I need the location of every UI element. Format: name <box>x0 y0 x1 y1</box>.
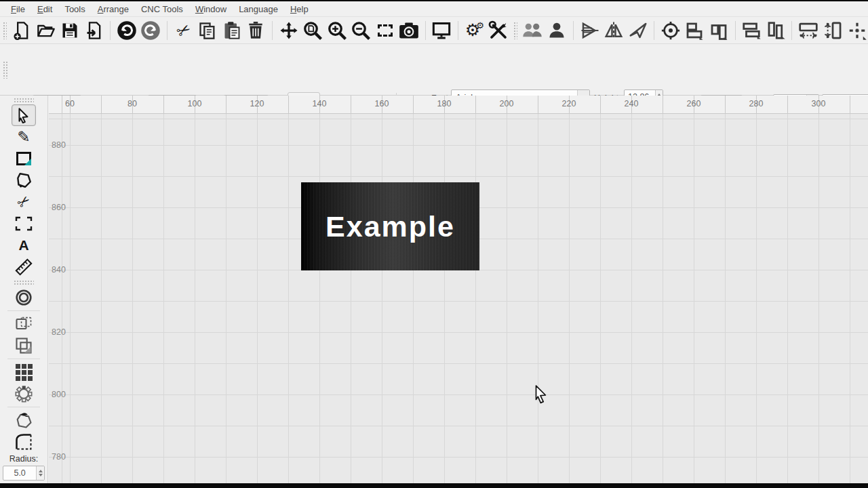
open-file-button[interactable] <box>35 20 56 41</box>
measure-tool-button[interactable] <box>12 256 36 278</box>
canvas-area: 6080100120140160180200220240260280300 Ex… <box>49 96 868 483</box>
mirror-horizontal-button[interactable] <box>579 20 600 41</box>
export-file-button[interactable] <box>83 20 104 41</box>
palette-grip[interactable] <box>14 280 34 285</box>
zoom-out-button[interactable] <box>350 20 371 41</box>
ruler-top-label: 260 <box>687 99 701 108</box>
ruler-top-label: 160 <box>375 99 389 108</box>
ruler-left-label: 860 <box>52 203 69 212</box>
ruler-top-label: 220 <box>562 99 576 108</box>
draw-pencil-tool-button[interactable]: ✎ <box>12 126 36 148</box>
save-file-button[interactable] <box>59 20 80 41</box>
distribute-horizontal-button[interactable] <box>741 20 762 41</box>
pan-move-button[interactable] <box>278 20 299 41</box>
mouse-cursor <box>534 385 549 405</box>
radius-spinner[interactable] <box>36 466 44 480</box>
ruler-left-label: 820 <box>52 327 69 337</box>
design-object[interactable]: Example <box>301 182 479 270</box>
circular-array-icon <box>14 384 33 403</box>
paste-button[interactable] <box>221 20 242 41</box>
cut-button[interactable]: ✂ <box>173 20 194 41</box>
marquee-icon <box>378 24 393 37</box>
ruler-top-label: 140 <box>313 99 327 108</box>
user-button[interactable] <box>546 20 567 41</box>
ruler-icon <box>14 258 33 277</box>
align-objects-horizontal-button[interactable] <box>684 20 705 41</box>
palette-separator <box>7 310 40 311</box>
toolbar-grip[interactable] <box>3 22 7 39</box>
design-object-text: Example <box>326 210 455 243</box>
menu-item-help[interactable]: Help <box>285 3 314 16</box>
settings-button[interactable]: ⚙⚙ <box>464 20 485 41</box>
new-file-button[interactable] <box>11 20 32 41</box>
close-path-icon <box>14 411 33 430</box>
zoom-in-button[interactable] <box>326 20 347 41</box>
palette-grip[interactable] <box>14 98 34 103</box>
ruler-left-label: 800 <box>52 390 69 399</box>
circular-array-tool-button[interactable] <box>12 383 36 405</box>
boolean-icon <box>14 336 33 355</box>
distribute-vertical-button[interactable] <box>765 20 786 41</box>
circle-tool-button[interactable] <box>12 287 36 308</box>
preview-monitor-button[interactable] <box>431 20 452 41</box>
position-crosshair-button[interactable] <box>846 20 867 41</box>
menu-item-arrange[interactable]: Arrange <box>92 3 134 16</box>
menu-item-tools[interactable]: Tools <box>59 3 90 16</box>
ruler-top-label: 80 <box>127 99 137 108</box>
snapshot-button[interactable] <box>398 20 419 41</box>
polygon-tool-button[interactable] <box>12 169 36 191</box>
radius-field-wrap <box>3 466 45 481</box>
marquee-corners-icon <box>15 216 33 231</box>
menu-item-window[interactable]: Window <box>190 3 232 16</box>
align-objects-vertical-button[interactable] <box>708 20 729 41</box>
grid-array-tool-button[interactable] <box>12 361 36 383</box>
close-path-tool-button[interactable] <box>12 409 36 431</box>
menu-item-language[interactable]: Language <box>233 3 283 16</box>
ruler-top-label: 280 <box>749 99 764 108</box>
select-tool-button[interactable] <box>12 104 36 126</box>
radius-label: Radius: <box>9 454 38 464</box>
palette-separator <box>7 407 40 407</box>
menu-item-edit[interactable]: Edit <box>32 3 58 16</box>
text-tool-button[interactable]: A <box>12 235 36 256</box>
grid-array-icon <box>16 364 33 381</box>
center-position-button[interactable] <box>660 20 681 41</box>
undo-button[interactable] <box>116 20 137 41</box>
zoom-selection-button[interactable] <box>374 20 395 41</box>
workspace: ✎ ✂ A Radius: 60801001201401601802002202… <box>0 96 868 483</box>
ruler-top-label: 60 <box>65 99 75 108</box>
copy-button[interactable] <box>197 20 218 41</box>
rectangle-tool-button[interactable] <box>12 148 36 169</box>
delete-button[interactable] <box>245 20 267 41</box>
duplicate-tool-button[interactable] <box>12 313 36 335</box>
marquee-tool-button[interactable] <box>12 213 36 235</box>
redo-button[interactable] <box>140 20 161 41</box>
mirror-vertical-button[interactable] <box>603 20 624 41</box>
duplicate-icon <box>14 314 33 333</box>
ruler-top-label: 240 <box>625 99 639 108</box>
window-bottom-border <box>0 483 868 488</box>
radius-input[interactable] <box>3 466 36 480</box>
zoom-fit-button[interactable] <box>302 20 323 41</box>
skew-button[interactable] <box>627 20 648 41</box>
rectangle-icon <box>16 152 31 165</box>
cut-path-tool-button[interactable]: ✂ <box>12 191 36 213</box>
boolean-tool-button[interactable] <box>12 335 36 357</box>
main-toolbar: ✂ ⚙⚙ <box>0 16 868 43</box>
toolbar-separator <box>272 21 273 40</box>
design-canvas[interactable]: Example 880860840820800780 <box>49 114 868 483</box>
toolbar-grip[interactable] <box>3 61 7 79</box>
properties-toolbar: XPos mm YPos mm Width mm Height mm % % R… <box>0 43 868 96</box>
ruler-left-label: 780 <box>52 452 69 462</box>
resize-horizontal-button[interactable] <box>797 20 819 41</box>
menu-item-file[interactable]: File <box>5 3 31 16</box>
text-a-icon: A <box>18 237 28 253</box>
users-group-button[interactable] <box>521 20 543 41</box>
toolbar-separator <box>110 21 111 40</box>
ruler-top-label: 300 <box>812 99 826 108</box>
menu-item-cnc-tools[interactable]: CNC Tools <box>136 3 189 16</box>
resize-vertical-button[interactable] <box>822 20 844 41</box>
machine-tools-button[interactable] <box>488 20 509 41</box>
toolbar-grip[interactable] <box>513 22 517 39</box>
fillet-tool-button[interactable] <box>12 431 36 453</box>
